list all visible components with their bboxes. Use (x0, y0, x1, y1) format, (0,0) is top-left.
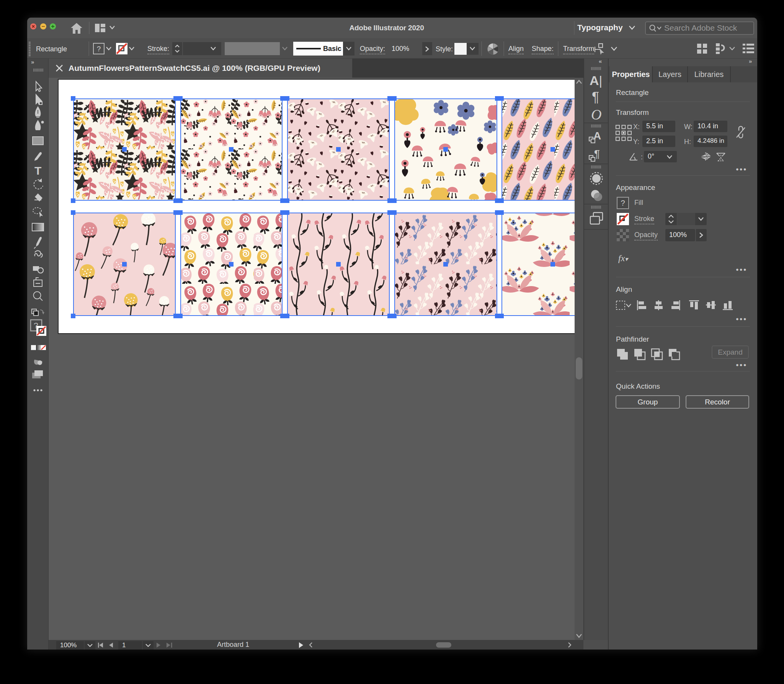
svg-text:T: T (34, 164, 41, 177)
